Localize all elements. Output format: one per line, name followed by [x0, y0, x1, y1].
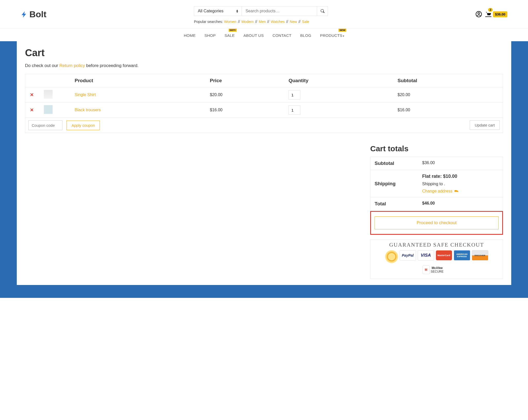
proceed-to-checkout-button[interactable]: Proceed to checkout	[375, 216, 499, 229]
change-address-link[interactable]: Change address	[422, 189, 459, 194]
table-header-row: Product Price Quantity Subtotal	[25, 74, 503, 87]
col-product: Product	[72, 74, 207, 87]
new-tag: NEW	[339, 29, 346, 32]
popular-label: Popular searches:	[194, 20, 223, 24]
quantity-input[interactable]	[288, 90, 300, 99]
brand-logo[interactable]: Bolt	[21, 6, 46, 19]
intro-text: Do check out our Return policy before pr…	[25, 63, 503, 68]
popular-searches: Popular searches: Women // Modern // Men…	[194, 20, 328, 24]
mini-cart[interactable]: 2 $36.00	[485, 11, 507, 18]
cart-row: ✕ Black trousers $16.00 $16.00	[25, 103, 503, 118]
popular-link[interactable]: Sale	[302, 20, 309, 24]
coupon-input[interactable]	[28, 120, 62, 130]
guarantee-seal-icon	[385, 250, 398, 263]
shipping-to: Shipping to .	[422, 182, 499, 186]
product-thumbnail[interactable]	[44, 90, 53, 99]
nav-home[interactable]: HOME	[184, 33, 196, 38]
shipping-label: Shipping	[370, 170, 418, 197]
nav-about[interactable]: ABOUT US	[243, 33, 264, 38]
search-button[interactable]	[317, 6, 328, 16]
bolt-icon	[21, 11, 28, 18]
cart-table: Product Price Quantity Subtotal ✕ Single…	[25, 74, 503, 133]
popular-link[interactable]: Watches	[271, 20, 285, 24]
category-selected: All Categories	[198, 9, 224, 13]
total-label: Total	[370, 197, 418, 211]
account-icon[interactable]	[475, 11, 482, 18]
safe-checkout-box: GUARANTEED SAFE CHECKOUT PayPal VISA Mas…	[370, 239, 503, 279]
remove-item-button[interactable]: ✕	[28, 92, 35, 97]
search-area: All Categories ▴▾ Popular searches: Wome…	[57, 6, 465, 24]
checkout-highlight: Proceed to checkout	[370, 211, 503, 235]
site-header: Bolt All Categories ▴▾ Popular searches:…	[0, 0, 528, 28]
apply-coupon-button[interactable]: Apply coupon	[67, 121, 100, 130]
col-qty: Quantity	[285, 74, 394, 87]
popular-link[interactable]: Modern	[241, 20, 253, 24]
popular-link[interactable]: Women	[224, 20, 236, 24]
category-select[interactable]: All Categories ▴▾	[194, 6, 242, 16]
nav-sale[interactable]: HOT! SALE	[225, 33, 235, 38]
svg-rect-2	[455, 190, 457, 192]
cart-count-badge: 2	[488, 8, 493, 12]
header-actions: 2 $36.00	[475, 6, 507, 18]
page-background: Cart Do check out our Return policy befo…	[0, 41, 528, 298]
popular-link[interactable]: Men	[259, 20, 266, 24]
mcafee-badge: M McAfeeSECURE	[423, 265, 451, 275]
page-title: Cart	[25, 47, 503, 58]
truck-icon	[455, 190, 459, 193]
brand-name: Bolt	[29, 9, 46, 19]
product-thumbnail[interactable]	[44, 105, 53, 114]
cart-icon	[485, 11, 491, 18]
main-nav: HOME SHOP HOT! SALE ABOUT US CONTACT BLO…	[0, 28, 528, 41]
cart-totals-section: Cart totals Subtotal $36.00 Shipping Fla…	[370, 144, 503, 279]
item-subtotal: $20.00	[394, 87, 503, 103]
quantity-input[interactable]	[288, 105, 300, 115]
subtotal-value: $36.00	[418, 157, 503, 170]
product-name-link[interactable]: Black trousers	[75, 108, 101, 112]
payment-badges: PayPal VISA MasterCard AMERICAN EXPRESS …	[373, 250, 500, 275]
totals-table: Subtotal $36.00 Shipping Flat rate: $10.…	[370, 157, 503, 211]
product-name-link[interactable]: Single Shirt	[75, 93, 96, 97]
item-subtotal: $16.00	[394, 103, 503, 118]
nav-contact[interactable]: CONTACT	[273, 33, 291, 38]
cart-actions-row: Apply coupon Update cart	[25, 118, 503, 133]
safe-checkout-title: GUARANTEED SAFE CHECKOUT	[373, 242, 500, 248]
item-price: $16.00	[207, 103, 285, 118]
paypal-badge: PayPal	[400, 250, 416, 261]
return-policy-link[interactable]: Return policy	[59, 63, 85, 68]
search-input[interactable]	[242, 6, 317, 16]
total-value: $46.00	[418, 197, 503, 211]
amex-badge: AMERICAN EXPRESS	[454, 250, 470, 261]
visa-badge: VISA	[418, 250, 434, 261]
cart-total-pill: $36.00	[493, 11, 507, 17]
shield-icon: M	[423, 265, 430, 274]
update-cart-button[interactable]: Update cart	[470, 120, 500, 130]
discover-badge: DISCOVER	[472, 250, 488, 261]
svg-point-1	[478, 12, 480, 14]
nav-shop[interactable]: SHOP	[204, 33, 216, 38]
remove-item-button[interactable]: ✕	[28, 107, 35, 113]
totals-title: Cart totals	[370, 144, 503, 153]
flat-rate: Flat rate: $10.00	[422, 174, 499, 179]
item-price: $20.00	[207, 87, 285, 103]
popular-link[interactable]: New	[290, 20, 297, 24]
nav-products[interactable]: NEW PRODUCTS▾	[320, 33, 344, 38]
hot-tag: HOT!	[229, 29, 237, 32]
cart-row: ✕ Single Shirt $20.00 $20.00	[25, 87, 503, 103]
col-price: Price	[207, 74, 285, 87]
select-arrows-icon: ▴▾	[236, 9, 238, 13]
page-card: Cart Do check out our Return policy befo…	[17, 41, 511, 285]
mastercard-badge: MasterCard	[436, 250, 452, 261]
search-icon	[320, 9, 325, 13]
col-subtotal: Subtotal	[394, 74, 503, 87]
nav-blog[interactable]: BLOG	[300, 33, 311, 38]
subtotal-label: Subtotal	[370, 157, 418, 170]
search-row: All Categories ▴▾	[194, 6, 328, 16]
chevron-down-icon: ▾	[343, 35, 344, 37]
